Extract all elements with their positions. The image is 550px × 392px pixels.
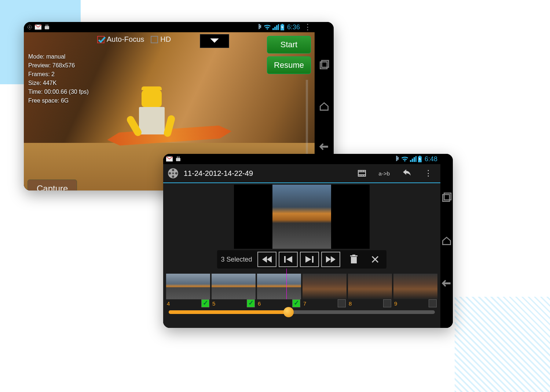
editor-body: 3 Selected 456789 bbox=[163, 183, 440, 328]
thumbnail-number: 7 bbox=[303, 300, 306, 307]
statusbar: 6:36 ⋮ bbox=[24, 22, 315, 32]
prev-frame-button[interactable] bbox=[279, 252, 298, 267]
autofocus-label: Auto-Focus bbox=[107, 35, 144, 44]
thumbnail-image bbox=[212, 274, 256, 299]
stat-frames: Frames: 2 bbox=[28, 70, 89, 79]
undo-button[interactable] bbox=[399, 167, 415, 180]
thumbnail[interactable]: 8 bbox=[348, 274, 392, 299]
playback-controls: 3 Selected bbox=[217, 250, 386, 269]
thumbnail-image bbox=[348, 274, 392, 299]
stat-size: Size: 447K bbox=[28, 79, 89, 88]
frames-view-button[interactable] bbox=[354, 167, 370, 179]
thumbnail-checkbox[interactable] bbox=[292, 299, 300, 307]
back-icon[interactable] bbox=[318, 142, 330, 154]
svg-point-18 bbox=[175, 172, 177, 174]
timeline-slider[interactable] bbox=[169, 310, 435, 314]
system-navbar bbox=[440, 154, 453, 328]
stat-mode: Mode: manual bbox=[28, 52, 89, 61]
options-dropdown[interactable] bbox=[200, 34, 229, 48]
rewind-button[interactable] bbox=[257, 252, 276, 267]
hd-checkbox[interactable]: HD bbox=[151, 35, 171, 44]
delete-button[interactable] bbox=[346, 252, 362, 267]
clock-text: 6:48 bbox=[425, 155, 437, 163]
timeline-knob[interactable] bbox=[283, 307, 294, 317]
decor-lines bbox=[455, 297, 550, 392]
thumbnail-strip[interactable]: 456789 bbox=[163, 274, 440, 299]
thumbnail-checkbox[interactable] bbox=[429, 299, 437, 307]
timeline-fill bbox=[169, 310, 289, 314]
close-icon bbox=[371, 255, 379, 263]
wifi-icon bbox=[401, 156, 408, 162]
home-icon[interactable] bbox=[441, 235, 452, 247]
svg-point-12 bbox=[177, 156, 178, 158]
recents-icon[interactable] bbox=[318, 59, 330, 71]
thumbnail-checkbox[interactable] bbox=[247, 299, 255, 307]
trash-icon bbox=[350, 255, 358, 264]
svg-rect-23 bbox=[284, 256, 286, 263]
capture-stats: Mode: manual Preview: 768x576 Frames: 2 … bbox=[28, 52, 89, 105]
svg-point-4 bbox=[45, 25, 47, 26]
bluetooth-icon bbox=[258, 24, 262, 30]
svg-point-5 bbox=[47, 25, 48, 26]
svg-rect-24 bbox=[312, 256, 314, 263]
gmail-icon bbox=[35, 25, 41, 30]
overflow-menu-button[interactable]: ⋮ bbox=[421, 166, 436, 180]
svg-rect-11 bbox=[176, 158, 180, 161]
thumbnail-image bbox=[302, 274, 346, 299]
thumbnail[interactable]: 4 bbox=[166, 274, 210, 299]
signal-icon bbox=[410, 156, 417, 162]
start-button[interactable]: Start bbox=[267, 36, 311, 53]
close-selection-button[interactable] bbox=[367, 252, 383, 267]
android-icon bbox=[44, 24, 50, 30]
battery-icon bbox=[418, 156, 422, 162]
fast-forward-button[interactable] bbox=[321, 252, 340, 267]
thumbnail-number: 5 bbox=[212, 300, 215, 307]
statusbar: 6:48 bbox=[163, 154, 440, 164]
stat-free: Free space: 6G bbox=[28, 96, 89, 105]
hd-label: HD bbox=[160, 35, 171, 44]
stat-preview: Preview: 768x576 bbox=[28, 61, 89, 70]
resume-button[interactable]: Resume bbox=[267, 56, 311, 74]
thumbnail-number: 4 bbox=[167, 300, 170, 307]
home-icon[interactable] bbox=[318, 100, 330, 112]
next-frame-button[interactable] bbox=[300, 252, 319, 267]
thumbnail-image bbox=[257, 274, 301, 299]
capture-button[interactable]: Capture bbox=[27, 180, 77, 191]
thumbnail-number: 9 bbox=[394, 300, 397, 307]
phone-editor: 6:48 11-24-2012-14-22-49 a->b ⋮ 3 Select… bbox=[163, 154, 453, 328]
project-title: 11-24-2012-14-22-49 bbox=[184, 169, 349, 178]
thumbnail-number: 6 bbox=[258, 300, 261, 307]
thumbnail-image bbox=[393, 274, 437, 299]
gmail-icon bbox=[166, 156, 173, 162]
thumbnail-checkbox[interactable] bbox=[338, 299, 346, 307]
thumbnail[interactable]: 6 bbox=[257, 274, 301, 299]
thumbnail[interactable]: 5 bbox=[212, 274, 256, 299]
editor-titlebar: 11-24-2012-14-22-49 a->b ⋮ bbox=[163, 164, 440, 183]
ab-button[interactable]: a->b bbox=[375, 168, 393, 179]
svg-rect-25 bbox=[351, 257, 357, 263]
svg-point-19 bbox=[172, 175, 174, 178]
svg-point-13 bbox=[179, 156, 180, 158]
thumbnail[interactable]: 9 bbox=[393, 274, 437, 299]
recents-icon[interactable] bbox=[441, 192, 452, 203]
bluetooth-icon bbox=[395, 156, 400, 162]
svg-point-21 bbox=[172, 173, 174, 174]
svg-point-17 bbox=[172, 169, 174, 171]
thumbnail-checkbox[interactable] bbox=[383, 299, 391, 307]
stat-time: Time: 00:00.66 (30 fps) bbox=[28, 88, 89, 96]
thumbnail-image bbox=[166, 274, 210, 299]
filmstrip-icon bbox=[358, 170, 366, 177]
preview-frame[interactable] bbox=[234, 185, 370, 249]
back-icon[interactable] bbox=[441, 278, 452, 290]
selection-count: 3 Selected bbox=[221, 256, 252, 263]
capture-options: Auto-Focus HD bbox=[97, 35, 171, 44]
autofocus-checkbox[interactable]: Auto-Focus bbox=[97, 35, 144, 44]
battery-icon bbox=[280, 24, 284, 30]
thumbnail-number: 8 bbox=[349, 300, 352, 307]
thumbnail[interactable]: 7 bbox=[302, 274, 346, 299]
android-icon bbox=[175, 156, 182, 162]
overflow-menu-icon[interactable]: ⋮ bbox=[304, 22, 312, 32]
preview-image bbox=[272, 185, 331, 249]
svg-rect-3 bbox=[45, 26, 49, 29]
thumbnail-checkbox[interactable] bbox=[201, 299, 209, 307]
